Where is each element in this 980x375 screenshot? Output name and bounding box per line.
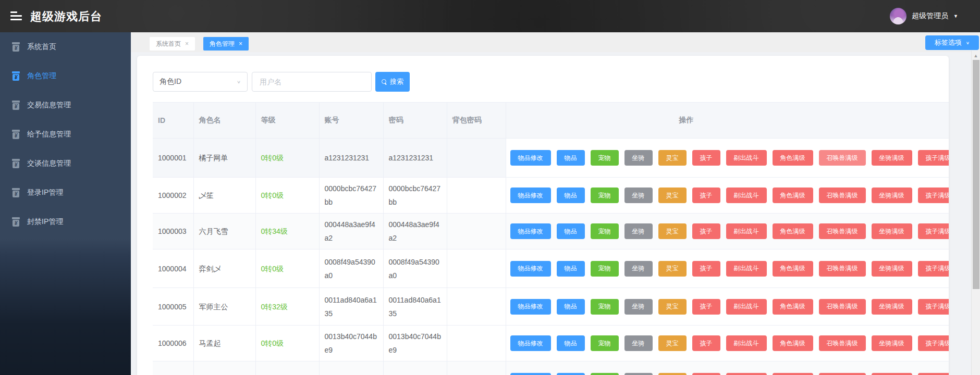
vertical-scrollbar[interactable]: ▲ — [971, 51, 980, 375]
action-button-孩子[interactable]: 孩子 — [692, 373, 720, 375]
action-button-灵宝[interactable]: 灵宝 — [658, 223, 687, 239]
action-button-孩子[interactable]: 孩子 — [692, 299, 720, 315]
action-button-宠物[interactable]: 宠物 — [591, 223, 619, 239]
action-button-物品修改[interactable]: 物品修改 — [510, 261, 551, 277]
sidebar-item-交易信息管理[interactable]: ¥交易信息管理 — [0, 91, 131, 120]
sidebar-item-封禁IP管理[interactable]: ¥封禁IP管理 — [0, 207, 131, 236]
action-button-坐骑满级[interactable]: 坐骑满级 — [872, 188, 912, 203]
close-icon[interactable]: × — [239, 40, 242, 47]
user-menu[interactable]: 超级管理员 ▼ — [890, 0, 958, 32]
action-buttons: 物品修改物品宠物坐骑灵宝孩子剔出战斗角色满级召唤兽满级坐骑满级孩子满级 — [510, 261, 949, 277]
action-button-召唤兽满级[interactable]: 召唤兽满级 — [819, 299, 866, 315]
action-button-召唤兽满级[interactable]: 召唤兽满级 — [819, 335, 866, 351]
scrollbar-thumb[interactable] — [973, 60, 979, 289]
action-button-坐骑满级[interactable]: 坐骑满级 — [872, 150, 912, 166]
action-button-角色满级[interactable]: 角色满级 — [773, 223, 813, 239]
tag-options-button[interactable]: 标签选项 ∨ — [925, 35, 979, 50]
action-button-角色满级[interactable]: 角色满级 — [773, 299, 813, 315]
action-button-角色满级[interactable]: 角色满级 — [773, 150, 813, 166]
avatar[interactable] — [890, 8, 906, 24]
action-button-物品修改[interactable]: 物品修改 — [510, 299, 551, 315]
action-button-孩子[interactable]: 孩子 — [692, 261, 720, 277]
action-button-物品修改[interactable]: 物品修改 — [510, 223, 551, 239]
action-button-召唤兽满级[interactable]: 召唤兽满级 — [819, 261, 866, 277]
action-button-灵宝[interactable]: 灵宝 — [658, 299, 687, 315]
action-button-坐骑[interactable]: 坐骑 — [624, 223, 653, 239]
action-button-剔出战斗[interactable]: 剔出战斗 — [726, 261, 767, 277]
action-button-坐骑[interactable]: 坐骑 — [624, 150, 653, 166]
sidebar-item-给予信息管理[interactable]: ¥给予信息管理 — [0, 120, 131, 149]
action-button-剔出战斗[interactable]: 剔出战斗 — [726, 299, 767, 315]
action-button-物品修改[interactable]: 物品修改 — [510, 150, 551, 166]
action-button-宠物[interactable]: 宠物 — [591, 150, 619, 166]
action-button-物品[interactable]: 物品 — [557, 335, 585, 351]
action-button-宠物[interactable]: 宠物 — [591, 299, 619, 315]
tab-角色管理[interactable]: 角色管理× — [203, 37, 249, 51]
action-button-物品修改[interactable]: 物品修改 — [510, 188, 551, 203]
action-button-灵宝[interactable]: 灵宝 — [658, 335, 687, 351]
action-button-剔出战斗[interactable]: 剔出战斗 — [726, 188, 767, 203]
action-button-孩子满级[interactable]: 孩子满级 — [918, 373, 949, 375]
action-button-宠物[interactable]: 宠物 — [591, 373, 619, 375]
action-button-坐骑[interactable]: 坐骑 — [624, 373, 653, 375]
action-button-坐骑满级[interactable]: 坐骑满级 — [872, 223, 912, 239]
action-button-灵宝[interactable]: 灵宝 — [658, 150, 687, 166]
action-button-召唤兽满级[interactable]: 召唤兽满级 — [819, 150, 866, 166]
action-button-召唤兽满级[interactable]: 召唤兽满级 — [819, 188, 866, 203]
action-button-宠物[interactable]: 宠物 — [591, 261, 619, 277]
action-button-孩子满级[interactable]: 孩子满级 — [918, 188, 949, 203]
action-button-剔出战斗[interactable]: 剔出战斗 — [726, 335, 767, 351]
sidebar-item-系统首页[interactable]: ¥系统首页 — [0, 32, 131, 61]
action-button-召唤兽满级[interactable]: 召唤兽满级 — [819, 373, 866, 375]
scroll-up-icon[interactable]: ▲ — [972, 51, 980, 58]
action-button-宠物[interactable]: 宠物 — [591, 335, 619, 351]
action-button-坐骑满级[interactable]: 坐骑满级 — [872, 299, 912, 315]
close-icon[interactable]: × — [185, 40, 189, 47]
action-button-灵宝[interactable]: 灵宝 — [658, 373, 687, 375]
action-button-坐骑满级[interactable]: 坐骑满级 — [872, 261, 912, 277]
action-button-剔出战斗[interactable]: 剔出战斗 — [726, 373, 767, 375]
action-button-物品[interactable]: 物品 — [557, 150, 585, 166]
action-button-孩子满级[interactable]: 孩子满级 — [918, 150, 949, 166]
action-button-坐骑[interactable]: 坐骑 — [624, 299, 653, 315]
action-button-物品[interactable]: 物品 — [557, 261, 585, 277]
action-button-坐骑满级[interactable]: 坐骑满级 — [872, 373, 912, 375]
action-button-坐骑[interactable]: 坐骑 — [624, 188, 653, 203]
action-button-灵宝[interactable]: 灵宝 — [658, 261, 687, 277]
action-button-物品[interactable]: 物品 — [557, 299, 585, 315]
action-button-坐骑满级[interactable]: 坐骑满级 — [872, 335, 912, 351]
action-button-剔出战斗[interactable]: 剔出战斗 — [726, 150, 767, 166]
action-button-宠物[interactable]: 宠物 — [591, 188, 619, 203]
sidebar-item-角色管理[interactable]: ¥角色管理 — [0, 61, 131, 91]
action-button-角色满级[interactable]: 角色满级 — [773, 373, 813, 375]
action-button-角色满级[interactable]: 角色满级 — [773, 188, 813, 203]
action-button-角色满级[interactable]: 角色满级 — [773, 335, 813, 351]
action-button-物品[interactable]: 物品 — [557, 373, 585, 375]
search-button[interactable]: 搜索 — [375, 72, 410, 92]
action-button-物品[interactable]: 物品 — [557, 188, 585, 203]
action-button-孩子[interactable]: 孩子 — [692, 150, 720, 166]
action-button-物品[interactable]: 物品 — [557, 223, 585, 239]
search-input[interactable] — [252, 72, 372, 92]
action-button-孩子满级[interactable]: 孩子满级 — [918, 299, 949, 315]
action-button-孩子满级[interactable]: 孩子满级 — [918, 223, 949, 239]
search-field-select[interactable]: 角色ID ∨ — [153, 72, 248, 92]
action-button-物品修改[interactable]: 物品修改 — [510, 335, 551, 351]
action-button-灵宝[interactable]: 灵宝 — [658, 188, 687, 203]
action-button-坐骑[interactable]: 坐骑 — [624, 261, 653, 277]
tab-系统首页[interactable]: 系统首页× — [150, 37, 195, 51]
action-button-坐骑[interactable]: 坐骑 — [624, 335, 653, 351]
action-button-孩子[interactable]: 孩子 — [692, 188, 720, 203]
hamburger-menu-icon[interactable] — [10, 11, 22, 20]
action-button-物品修改[interactable]: 物品修改 — [510, 373, 551, 375]
action-button-召唤兽满级[interactable]: 召唤兽满级 — [819, 223, 866, 239]
action-button-孩子满级[interactable]: 孩子满级 — [918, 261, 949, 277]
action-button-孩子满级[interactable]: 孩子满级 — [918, 335, 949, 351]
action-button-剔出战斗[interactable]: 剔出战斗 — [726, 223, 767, 239]
action-button-孩子[interactable]: 孩子 — [692, 223, 720, 239]
action-button-角色满级[interactable]: 角色满级 — [773, 261, 813, 277]
action-button-孩子[interactable]: 孩子 — [692, 335, 720, 351]
cell-password: 000448a3ae9f4a2 — [383, 214, 447, 249]
sidebar-item-登录IP管理[interactable]: ¥登录IP管理 — [0, 178, 131, 207]
sidebar-item-交谈信息管理[interactable]: ¥交谈信息管理 — [0, 149, 131, 178]
